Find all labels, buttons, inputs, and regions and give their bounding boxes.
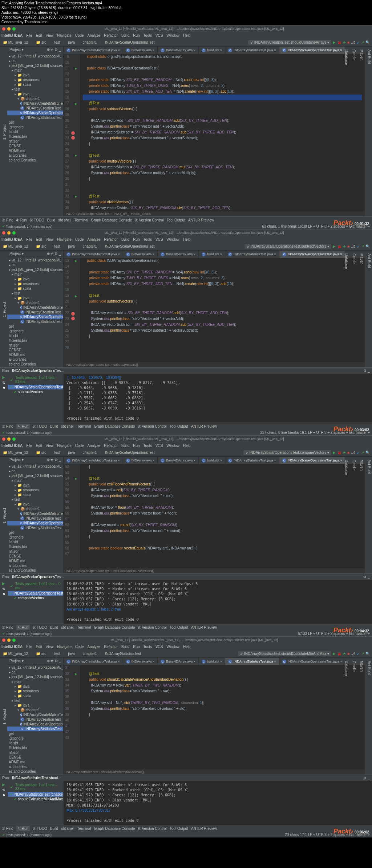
git-push-icon[interactable]: ↗	[361, 652, 364, 656]
bottom-tab[interactable]: 6: TODO	[33, 424, 47, 428]
editor-tab[interactable]: CINDArrayStatisticsTest.java ×	[225, 658, 279, 665]
bottom-tool[interactable]: 9: Version Control	[138, 625, 167, 629]
minimize-icon[interactable]	[7, 639, 11, 642]
tree-item[interactable]: get	[7, 530, 63, 535]
editor-tab[interactable]: CBaseNDArray.java ×	[158, 658, 199, 665]
run-button[interactable]: ▶	[333, 244, 336, 248]
menu-view[interactable]: View	[46, 237, 54, 241]
menu-window[interactable]: Window	[167, 645, 180, 649]
breadcrumb-item[interactable]: INDArrayScalarOperationsTest	[104, 451, 155, 455]
tree-item[interactable]: ▸ 📁 java	[7, 483, 63, 488]
menu-run[interactable]: Run	[133, 444, 140, 448]
tree-root[interactable]: ▸ va_12 ~/IntelliJ_workspace/ML_java_12	[7, 464, 63, 469]
maximize-icon[interactable]	[12, 27, 16, 31]
breadcrumb-item[interactable]: 📁 src	[35, 40, 47, 44]
right-tab[interactable]: Gradle	[351, 252, 357, 367]
breadcrumb-item[interactable]: chapter1	[82, 40, 98, 44]
editor-content[interactable]: 52535455565758596061626364656667 ▶ } @Te…	[64, 464, 365, 568]
tree-item[interactable]: fficients.bin	[7, 544, 63, 549]
tree-item[interactable]: fficients.bin	[7, 134, 63, 139]
editor-tab[interactable]: CINDArrayStatisticsTest.java ×	[225, 251, 279, 258]
tree-item[interactable]: CENSE	[7, 348, 63, 352]
right-tab[interactable]: Maven	[359, 252, 364, 367]
tree-item[interactable]: ▸ 📁 resources	[7, 77, 63, 82]
git-push-icon[interactable]: ↗	[361, 244, 364, 248]
rerun-icon[interactable]: ▶	[2, 375, 5, 379]
test-tree-item[interactable]: ✔ compareVectors	[8, 596, 63, 600]
coverage-button[interactable]: ⬘	[343, 652, 346, 656]
maximize-icon[interactable]	[12, 437, 16, 441]
breadcrumb-item[interactable]: test	[53, 244, 61, 248]
breadcrumb-item[interactable]: test	[53, 40, 61, 44]
tree-item[interactable]: al Libraries	[7, 153, 63, 158]
tree-item[interactable]: ild.sbt	[7, 540, 63, 544]
run-config-dropdown[interactable]: ↙ INDArrayStatisticsTest.shouldCalculate…	[238, 651, 331, 656]
menu-intellij idea[interactable]: IntelliJ IDEA	[1, 33, 23, 37]
tree-item[interactable]: ild.sbt	[7, 129, 63, 134]
coverage-button[interactable]: ⬘	[343, 451, 346, 455]
tree-item[interactable]: ADME.md	[7, 352, 63, 357]
breadcrumb-item[interactable]: 📁 ML_java_12	[2, 652, 29, 656]
run-output[interactable]: 18:09:41,963 INFO ~ Number of threads us…	[64, 781, 372, 825]
bottom-tab[interactable]: 6: TODO	[33, 625, 47, 629]
menu-run[interactable]: Run	[133, 33, 140, 37]
tree-root[interactable]: ▸ va_12 ~/IntelliJ_workspace/ML_java_12	[7, 54, 63, 59]
breadcrumb-item[interactable]: 📁 ML_java_12	[2, 451, 29, 455]
editor-breadcrumb[interactable]: INDArrayScalarOperationsTest › TWO_BY_TH…	[64, 211, 365, 216]
menu-tools[interactable]: Tools	[143, 237, 152, 241]
tree-item[interactable]: C INDArrayStatisticsTest	[7, 319, 63, 324]
test-tree-item[interactable]: ✔ INDArrayScalarOperationsTest (chapte 0…	[8, 591, 63, 596]
filter-icon[interactable]: ⚑	[2, 592, 5, 596]
tree-item[interactable]: ▸ 📁 java	[7, 73, 63, 77]
debug-button[interactable]: 🐞	[337, 451, 341, 455]
tree-item[interactable]: ▸ ea	[7, 670, 63, 675]
menu-code[interactable]: Code	[75, 237, 84, 241]
editor-tab[interactable]: Cbuild.sbt ×	[199, 457, 225, 464]
git-pull-icon[interactable]: ↙	[357, 652, 360, 656]
menu-vcs[interactable]: VCS	[155, 33, 163, 37]
tree-item[interactable]: C INDArrayCreationTest	[7, 310, 63, 315]
right-tab[interactable]: Ant Build	[367, 48, 372, 216]
close-icon[interactable]	[2, 437, 5, 441]
menu-refactor[interactable]: Refactor	[104, 444, 118, 448]
tree-item[interactable]: ▸ 📁 java	[7, 684, 63, 689]
tree-item[interactable]: ▸ main	[7, 478, 63, 483]
menu-vcs[interactable]: VCS	[155, 237, 163, 241]
menu-code[interactable]: Code	[75, 645, 84, 649]
tree-item[interactable]: get	[7, 120, 63, 125]
sort-icon[interactable]: ⇅	[2, 788, 5, 792]
tree-item[interactable]: C INDArrayCreateMatrixTest	[7, 712, 63, 717]
stop-button[interactable]: ■	[347, 244, 349, 248]
tree-item[interactable]: C INDArrayCreationTest	[7, 516, 63, 521]
menu-run[interactable]: Run	[133, 645, 140, 649]
tree-item[interactable]: ▸ 📁 scala	[7, 82, 63, 87]
bottom-tab[interactable]: 4: Run	[16, 625, 30, 630]
tree-root[interactable]: ▸ va_12 ~/IntelliJ_workspace/ML_java_12	[7, 258, 63, 263]
breadcrumb-item[interactable]: 📁 ML_java_12	[2, 40, 29, 44]
editor-tab[interactable]: CINDArrayScalarOperationsTest.java ×	[279, 47, 345, 54]
breadcrumb-item[interactable]: test	[53, 652, 61, 656]
tree-item[interactable]: ild.sbt	[7, 741, 63, 745]
tree-item[interactable]: fficients.bin	[7, 745, 63, 750]
menu-analyze[interactable]: Analyze	[88, 33, 101, 37]
menu-edit[interactable]: Edit	[36, 645, 42, 649]
right-tab[interactable]: Gradle	[351, 458, 357, 573]
tree-item[interactable]: get	[7, 324, 63, 329]
tree-item[interactable]: .gitignore	[7, 736, 63, 741]
tree-item[interactable]: es and Consoles	[7, 362, 63, 367]
bottom-tab[interactable]: 6: TODO	[33, 827, 47, 831]
right-tab[interactable]: Ant Build	[367, 659, 372, 775]
bottom-tool[interactable]: Terminal	[77, 424, 91, 428]
tree-item[interactable]: C INDArrayCreateMatrixTest	[7, 101, 63, 106]
bottom-tab[interactable]: 6: TODO	[30, 218, 44, 222]
bottom-tab[interactable]: 3: Find	[2, 827, 13, 831]
bottom-tab[interactable]: Build	[50, 625, 58, 629]
tree-item[interactable]: get	[7, 731, 63, 736]
close-icon[interactable]	[2, 27, 5, 31]
tree-item[interactable]: ▸ 📁 java	[7, 277, 63, 281]
close-icon[interactable]	[2, 639, 5, 642]
menu-help[interactable]: Help	[183, 645, 191, 649]
right-tab[interactable]: Ant Build	[367, 458, 372, 573]
editor-tab[interactable]: CINDArrayStatisticsTest.java ×	[225, 47, 279, 54]
right-tab[interactable]: Database	[344, 458, 349, 573]
